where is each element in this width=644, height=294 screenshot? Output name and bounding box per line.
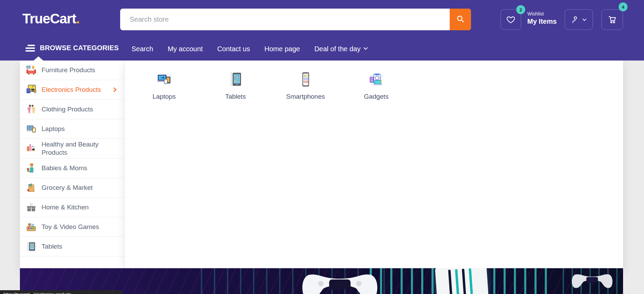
nav-link-label: Search [131,45,153,53]
page: TrueCart. 2 Wishlist My Items [0,0,644,294]
sidebar-item-grocery-market[interactable]: Grocery & Market [20,178,125,198]
tablet-icon [26,241,36,252]
logo-text: TrueCart [22,11,76,26]
nav-link-search[interactable]: Search [131,45,153,53]
cart-badge: 4 [619,2,628,11]
kitchen-icon [26,202,36,213]
logo[interactable]: TrueCart. [22,11,80,26]
browse-categories-button[interactable]: BROWSE CATEGORIES [25,44,119,52]
nav-link-label: Contact us [217,45,250,53]
sidebar-item-label: Clothing Products [42,105,93,113]
user-icon [571,15,580,24]
cart-button[interactable]: 4 [601,9,623,30]
nav-link-label: My account [168,45,203,53]
sidebar-item-clothing-products[interactable]: Clothing Products [20,100,125,119]
sidebar-item-electronics-products[interactable]: Electronics Products [20,80,125,100]
cart-icon [608,15,617,24]
sidebar-item-label: Laptops [42,125,65,133]
megamenu-item-smartphones[interactable]: Smartphones [278,72,333,100]
top-band: TrueCart. 2 Wishlist My Items [0,0,644,61]
sidebar-item-babies-moms[interactable]: Babies & Moms [20,159,125,178]
heart-icon [506,15,516,24]
sidebar-item-label: Home & Kitchen [42,203,89,211]
laptop-icon [26,124,36,134]
url-tooltip-text: https://truecart.../electronics-products [3,292,71,294]
search-bar [120,9,471,30]
my-items-label: My Items [527,18,557,25]
gamepad-illustration [299,270,381,294]
sidebar-item-laptops[interactable]: Laptops [20,119,125,139]
sidebar-item-label: Healthy and Beauty Products [42,140,118,157]
sidebar-item-label: Grocery & Market [42,184,93,192]
nav-link-my-account[interactable]: My account [168,45,203,53]
baby-icon [26,163,36,173]
megamenu-item-label: Smartphones [278,93,333,100]
grocery-icon [26,183,36,193]
wishlist-badge: 2 [516,5,525,14]
smartphones-mega-icon [298,83,313,88]
tablets-mega-icon [228,83,243,88]
beauty-icon [26,143,36,154]
wishlist-button[interactable]: 2 [501,9,521,30]
wishlist-label: Wishlist [527,11,557,17]
megamenu-item-gadgets[interactable]: Gadgets [349,72,404,100]
sidebar-item-label: Tablets [42,242,62,251]
search-button[interactable] [450,9,471,30]
nav-link-home-page[interactable]: Home page [264,45,300,53]
account-button[interactable] [565,9,593,30]
electronics-megamenu: LaptopsTabletsSmartphonesGadgets [125,61,623,268]
sidebar-item-label: Electronics Products [42,86,101,94]
furniture-icon [26,65,36,75]
sidebar-item-tablets[interactable]: Tablets [20,237,125,257]
sidebar-item-label: Babies & Moms [42,164,87,172]
chevron-down-icon [363,45,368,53]
toys-icon [26,222,36,232]
sidebar-item-label: Furniture Products [42,66,95,74]
nav-link-contact-us[interactable]: Contact us [217,45,250,53]
gamepad-illustration-right [570,272,614,291]
wishlist-text[interactable]: Wishlist My Items [527,11,557,25]
electronics-icon [26,85,36,95]
megamenu-item-tablets[interactable]: Tablets [208,72,263,100]
nav-link-label: Home page [264,45,300,53]
megamenu-item-laptops[interactable]: Laptops [137,72,192,100]
sidebar-item-label: Toy & Video Games [42,223,99,231]
chevron-right-icon [112,87,118,92]
sidebar-item-toy-video-games[interactable]: Toy & Video Games [20,217,125,237]
categories-dropdown: Furniture ProductsElectronics ProductsCl… [20,61,125,268]
megamenu-item-label: Gadgets [349,93,404,100]
url-tooltip: https://truecart.../electronics-products [0,290,122,294]
nav-link-label: Deal of the day [314,45,361,53]
search-icon [456,14,465,24]
clothing-icon [26,104,36,115]
sidebar-item-home-kitchen[interactable]: Home & Kitchen [20,198,125,217]
browse-categories-label: BROWSE CATEGORIES [40,44,119,52]
sidebar-item-furniture-products[interactable]: Furniture Products [20,61,125,80]
hamburger-icon [25,45,35,52]
megamenu-item-label: Tablets [208,93,263,100]
search-input[interactable] [120,9,471,30]
nav-link-deal-of-the-day[interactable]: Deal of the day [314,45,369,53]
megamenu-item-label: Laptops [137,93,192,100]
dropdown-caret [34,56,43,61]
console-illustration [435,268,488,294]
laptops-mega-icon [156,83,172,88]
logo-dot: . [76,11,80,26]
sidebar-item-healthy-and-beauty-products[interactable]: Healthy and Beauty Products [20,139,125,159]
main-nav: SearchMy accountContact usHome pageDeal … [131,45,368,53]
gadgets-mega-icon [368,83,384,88]
chevron-down-icon [582,17,587,22]
